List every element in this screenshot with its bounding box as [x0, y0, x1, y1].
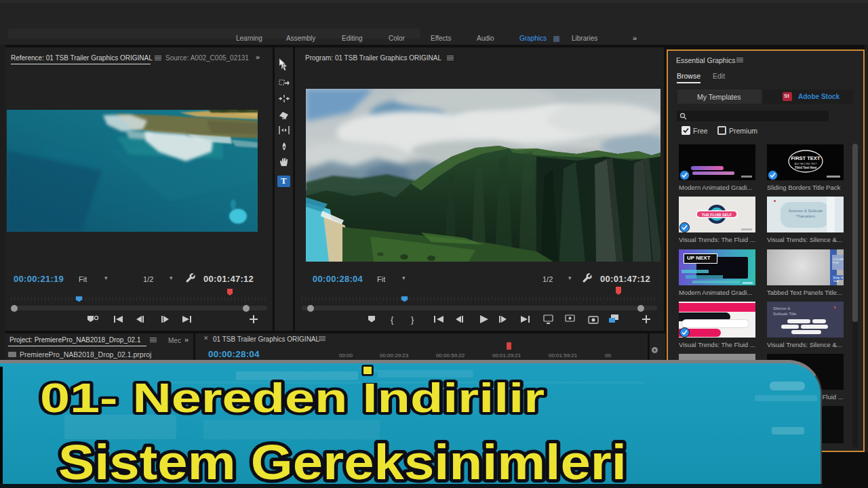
svg-text:FIRST TEXT: FIRST TEXT [791, 155, 821, 161]
svg-text:Third Text Here: Third Text Here [795, 166, 817, 169]
svg-text:01- Nereden İndirilir: 01- Nereden İndirilir [40, 375, 545, 421]
svg-text:}: } [411, 314, 414, 325]
svg-text:Sistem Gereksinimleri: Sistem Gereksinimleri [58, 434, 627, 488]
svg-text:ADD SECOND TEXT: ADD SECOND TEXT [794, 163, 817, 165]
svg-text:{: { [391, 314, 394, 325]
svg-text:THE FLUID SELF: THE FLUID SELF [702, 213, 732, 217]
